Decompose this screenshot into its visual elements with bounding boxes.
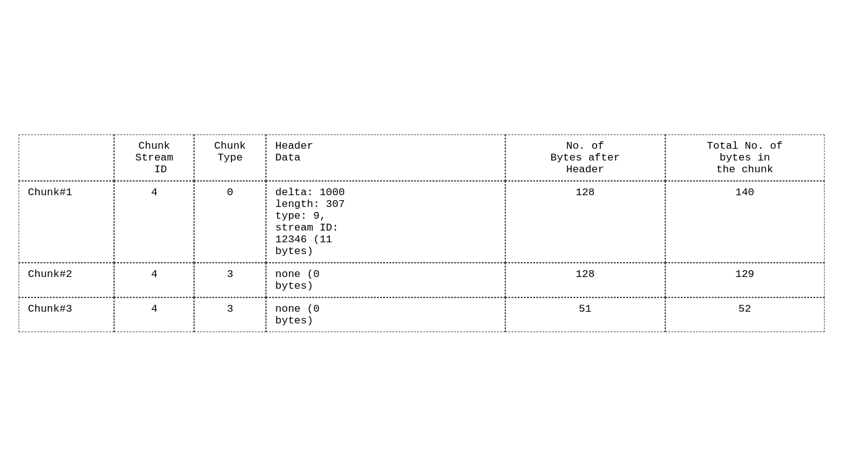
type-2: 3 bbox=[194, 263, 266, 297]
bytes-after-2: 128 bbox=[505, 263, 665, 297]
stream-id-2: 4 bbox=[114, 263, 194, 297]
bytes-after-3: 51 bbox=[505, 297, 665, 332]
header-data-3: none (0 bytes) bbox=[266, 297, 505, 332]
header-cell-3: HeaderData bbox=[266, 134, 505, 181]
bytes-after-1: 128 bbox=[505, 181, 665, 263]
header-data-2: none (0 bytes) bbox=[266, 263, 505, 297]
table-row: Chunk#3 4 3 none (0 bytes) 51 52 bbox=[19, 297, 825, 332]
header-data-1: delta: 1000 length: 307 type: 9, stream … bbox=[266, 181, 505, 263]
table-row: Chunk#1 4 0 delta: 1000 length: 307 type… bbox=[19, 181, 825, 263]
chunk-id-2: Chunk#2 bbox=[19, 263, 114, 297]
total-bytes-1: 140 bbox=[665, 181, 825, 263]
chunk-id-3: Chunk#3 bbox=[19, 297, 114, 332]
main-table: ChunkStream ID ChunkType HeaderData No. … bbox=[19, 134, 825, 332]
table-container: ChunkStream ID ChunkType HeaderData No. … bbox=[19, 134, 849, 332]
header-row: ChunkStream ID ChunkType HeaderData No. … bbox=[19, 134, 825, 181]
header-cell-2: ChunkType bbox=[194, 134, 266, 181]
type-3: 3 bbox=[194, 297, 266, 332]
header-cell-4: No. ofBytes afterHeader bbox=[505, 134, 665, 181]
chunk-id-1: Chunk#1 bbox=[19, 181, 114, 263]
table-row: Chunk#2 4 3 none (0 bytes) 128 129 bbox=[19, 263, 825, 297]
stream-id-1: 4 bbox=[114, 181, 194, 263]
total-bytes-3: 52 bbox=[665, 297, 825, 332]
type-1: 0 bbox=[194, 181, 266, 263]
header-cell-5: Total No. ofbytes inthe chunk bbox=[665, 134, 825, 181]
total-bytes-2: 129 bbox=[665, 263, 825, 297]
header-cell-1: ChunkStream ID bbox=[114, 134, 194, 181]
header-cell-0 bbox=[19, 134, 114, 181]
stream-id-3: 4 bbox=[114, 297, 194, 332]
